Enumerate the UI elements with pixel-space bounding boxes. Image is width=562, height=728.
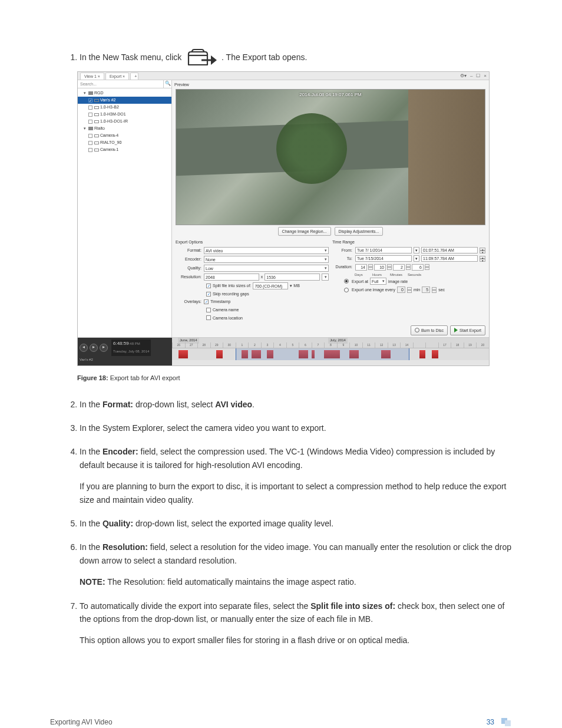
burn-to-disc-button[interactable]: Burn to Disc	[411, 325, 448, 335]
step-4-note: If you are planning to burn the export t…	[80, 480, 512, 506]
tree-rialto[interactable]: Rialto	[94, 126, 105, 130]
rate-label-b: image rate	[388, 278, 408, 285]
split-size-input[interactable]: 700 (CD-ROM)	[253, 282, 288, 289]
skip-gaps-checkbox[interactable]: ✓	[206, 292, 211, 297]
search-input[interactable]: Search...	[78, 80, 163, 88]
every-label: Export one image every	[352, 286, 395, 293]
to-date-input[interactable]: Tue 7/15/2014	[355, 255, 412, 262]
step-1-text-a: In the New Task menu, click	[80, 52, 184, 62]
step-3: In the System Explorer, select the camer…	[80, 421, 512, 434]
rate-select[interactable]: Full	[370, 278, 386, 285]
timeline: ◂ ▸ ▸ 6:48:59:48 PMTuesday, July 08, 201…	[78, 337, 489, 365]
encoder-select[interactable]: None	[204, 256, 329, 263]
x-separator: x	[261, 274, 263, 281]
tree-rgd[interactable]: RGD	[94, 91, 104, 95]
step-6-note: NOTE: The Resolution: field automaticall…	[80, 575, 512, 588]
tab-view[interactable]: View 1 ×	[80, 73, 104, 80]
resolution-width-input[interactable]: 2048	[204, 274, 259, 281]
tree-cam3[interactable]: 1.0-H3-DO1-IR	[78, 118, 171, 125]
every-sec-input[interactable]: 5	[422, 286, 430, 293]
step-6: In the Resolution: field, select a resol…	[80, 541, 512, 588]
camera-icon	[94, 113, 99, 116]
close-icon[interactable]: ×	[484, 73, 487, 80]
to-label: To:	[332, 255, 353, 262]
display-adjustments-button[interactable]: Display Adjustments...	[335, 227, 384, 236]
step-back-button[interactable]: ◂	[80, 344, 88, 352]
rate-label-a: Export at	[352, 278, 368, 285]
from-time-input[interactable]: 01:07:51.784 AM	[421, 247, 478, 253]
duration-hours[interactable]: 10	[374, 264, 386, 271]
play-icon	[454, 328, 458, 332]
from-date-input[interactable]: Tue 7/ 1/2014	[355, 247, 412, 253]
step-1-text-b: . The Export tab opens.	[222, 52, 307, 62]
duration-days[interactable]: 14	[355, 264, 367, 271]
calendar-icon[interactable]: ▾	[414, 247, 419, 253]
play-button[interactable]: ▸	[90, 344, 98, 352]
timeline-track[interactable]: June, 2014 July, 2014 262728293012345678…	[172, 338, 489, 365]
tree-vans[interactable]: ✓Van's #2	[78, 97, 171, 104]
export-rate-radio[interactable]	[344, 279, 349, 284]
export-icon	[184, 47, 219, 68]
to-time-spinner[interactable]: ▴▾	[480, 256, 485, 262]
hours-label: Hours	[372, 272, 390, 278]
spinner-hours[interactable]	[387, 264, 392, 271]
step-1: In the New Task menu, click . The Export…	[80, 47, 512, 384]
search-icon[interactable]: 🔍	[163, 80, 171, 88]
spinner-secs[interactable]	[425, 264, 429, 271]
split-checkbox[interactable]: ✓	[206, 284, 211, 288]
spinner-days[interactable]	[368, 264, 373, 271]
tab-add[interactable]: +	[130, 73, 138, 80]
time-range-group: Time Range From:Tue 7/ 1/2014▾01:07:51.7…	[332, 239, 485, 322]
resolution-dropdown[interactable]	[322, 274, 329, 281]
resolution-height-input[interactable]: 1536	[265, 274, 320, 281]
step-fwd-button[interactable]: ▸	[100, 344, 108, 352]
tree-cam1[interactable]: 1.0-H3-B2	[78, 104, 171, 111]
camera-name-checkbox[interactable]	[206, 308, 211, 312]
split-unit[interactable]: ▾ MB	[290, 282, 299, 289]
step-7-note: This option allows you to export smaller…	[80, 634, 512, 647]
camera-location-checkbox[interactable]	[206, 315, 211, 320]
tab-export[interactable]: Export ×	[105, 73, 129, 80]
start-export-button[interactable]: Start Export	[450, 325, 485, 335]
gear-icon[interactable]: ⚙▾	[460, 73, 467, 80]
change-region-button[interactable]: Change Image Region...	[278, 227, 331, 236]
quality-select[interactable]: Low	[204, 265, 329, 272]
export-every-radio[interactable]	[344, 288, 349, 292]
sec-label: sec	[438, 286, 445, 293]
spinner-mins[interactable]	[406, 264, 411, 271]
tree-r1[interactable]: Camera-4	[78, 132, 171, 139]
duration-secs[interactable]: 6	[412, 264, 424, 271]
minimize-icon[interactable]: –	[470, 73, 472, 80]
camera-icon	[94, 120, 99, 123]
nvr-icon	[88, 91, 93, 95]
step-7: To automatically divide the export into …	[80, 599, 512, 647]
maximize-icon[interactable]: ☐	[476, 73, 480, 80]
every-sec-spinner[interactable]	[432, 287, 437, 293]
footer-logo-icon	[498, 718, 512, 726]
calendar-icon[interactable]: ▾	[414, 255, 419, 262]
format-select[interactable]: AVI video	[204, 247, 329, 254]
camera-icon	[94, 99, 99, 102]
tree-cam2[interactable]: 1.0-H3M-DO1	[78, 111, 171, 118]
to-time-input[interactable]: 11:09:57.784 AM	[421, 255, 478, 262]
step-2: In the Format: drop-down list, select AV…	[80, 398, 512, 411]
from-time-spinner[interactable]: ▴▾	[480, 248, 485, 253]
timeline-selection[interactable]	[236, 348, 410, 360]
tree-r2[interactable]: RIALTO_90	[78, 139, 171, 146]
split-label: Split file into sizes of:	[213, 282, 251, 289]
export-tab-screenshot: View 1 × Export × + ⚙▾ – ☐ × Search... 🔍	[77, 71, 490, 366]
every-min-input[interactable]: 0	[397, 286, 405, 293]
encoder-label: Encoder:	[176, 256, 204, 262]
timestamp-checkbox[interactable]: ✓	[204, 299, 209, 304]
duration-mins[interactable]: 2	[393, 264, 405, 271]
tree-r3[interactable]: Camera-1	[78, 146, 171, 153]
resolution-label: Resolution:	[176, 274, 204, 280]
camera-icon	[94, 141, 99, 144]
page-number: 33	[487, 718, 494, 726]
step-4: In the Encoder: field, select the compre…	[80, 445, 512, 506]
overlay-timestamp-label: Timestamp	[209, 298, 230, 305]
every-min-spinner[interactable]	[407, 287, 412, 293]
system-explorer: Search... 🔍 ▾RGD ✓Van's #2 1.0-H3-B2 1.0…	[78, 80, 172, 337]
timeline-time: 6:48:59:48 PMTuesday, July 08, 2014	[111, 340, 151, 356]
time-range-label: Time Range	[332, 239, 485, 245]
